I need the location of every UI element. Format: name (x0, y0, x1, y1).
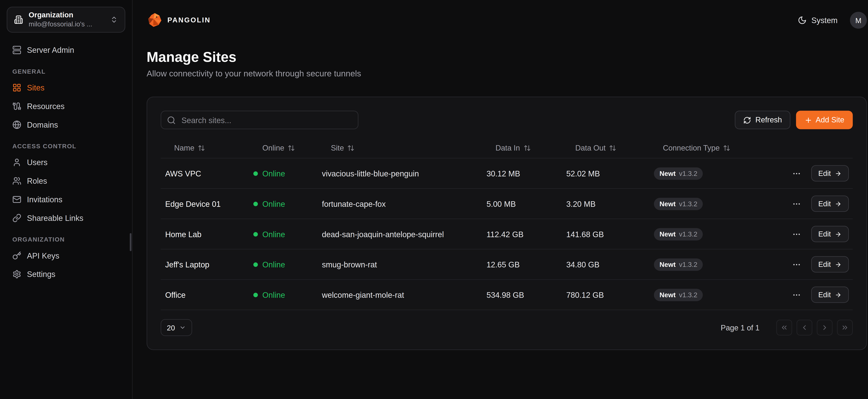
column-header-connection-type[interactable]: Connection Type (649, 144, 783, 152)
section-label-general: GENERAL (12, 68, 120, 75)
table-row: Home Lab Online dead-san-joaquin-antelop… (161, 219, 853, 249)
org-subtitle: milo@fossorial.io's ... (29, 20, 104, 29)
pager-buttons (776, 320, 853, 335)
refresh-button[interactable]: Refresh (735, 111, 790, 129)
row-menu-button[interactable] (792, 229, 801, 239)
ellipsis-icon (792, 169, 801, 178)
refresh-icon (743, 116, 751, 124)
page-subtitle: Allow connectivity to your network throu… (147, 69, 867, 78)
column-header-site[interactable]: Site (317, 144, 482, 152)
moon-icon (798, 16, 807, 25)
add-site-button[interactable]: Add Site (796, 111, 853, 129)
sidebar-item-sites[interactable]: Sites (7, 78, 125, 97)
add-site-label: Add Site (816, 116, 844, 124)
row-menu-button[interactable] (792, 199, 801, 208)
column-header-online[interactable]: Online (249, 144, 317, 152)
online-cell: Online (249, 229, 317, 239)
edit-button[interactable]: Edit (811, 165, 849, 181)
sort-icon (609, 145, 616, 152)
name-cell: AWS VPC (161, 169, 249, 178)
main-content: PANGOLIN System M Manage Sites Allow con… (133, 0, 868, 399)
actions-cell: Edit (783, 165, 853, 181)
sites-panel: Refresh Add Site Name Online Site Data I… (147, 97, 867, 350)
row-menu-button[interactable] (792, 260, 801, 269)
sidebar-item-roles[interactable]: Roles (7, 172, 125, 190)
sidebar-item-invitations[interactable]: Invitations (7, 190, 125, 209)
actions-cell: Edit (783, 286, 853, 303)
previous-page-button[interactable] (797, 320, 812, 335)
connection-badge: Newtv1.3.2 (654, 197, 703, 210)
cable-icon (12, 101, 21, 111)
data-out-cell: 34.80 GB (562, 260, 649, 269)
table-row: Jeff's Laptop Online smug-brown-rat 12.6… (161, 249, 853, 280)
actions-cell: Edit (783, 256, 853, 273)
site-cell: smug-brown-rat (317, 260, 482, 269)
connection-cell: Newtv1.3.2 (649, 288, 783, 301)
sidebar-item-label: Settings (27, 270, 55, 278)
actions-cell: Edit (783, 195, 853, 212)
column-header-data-out[interactable]: Data Out (562, 144, 649, 152)
refresh-label: Refresh (755, 116, 782, 124)
search-input[interactable] (180, 115, 352, 125)
org-selector[interactable]: Organization milo@fossorial.io's ... (7, 7, 125, 33)
table-header-row: Name Online Site Data In Data Out Connec… (161, 138, 853, 158)
last-page-button[interactable] (837, 320, 853, 335)
sidebar-item-shareable-links[interactable]: Shareable Links (7, 209, 125, 227)
sites-table: Name Online Site Data In Data Out Connec… (161, 138, 853, 310)
topbar: PANGOLIN System M (147, 0, 867, 40)
name-cell: Home Lab (161, 229, 249, 239)
search-icon (167, 116, 176, 124)
data-out-cell: 3.20 MB (562, 199, 649, 208)
data-in-cell: 5.00 MB (482, 199, 562, 208)
column-header-data-in[interactable]: Data In (482, 144, 562, 152)
avatar[interactable]: M (850, 12, 867, 29)
arrow-right-icon (835, 291, 842, 298)
next-page-button[interactable] (817, 320, 833, 335)
sidebar-item-domains[interactable]: Domains (7, 115, 125, 134)
first-page-button[interactable] (776, 320, 792, 335)
edit-button[interactable]: Edit (811, 256, 849, 273)
chevrons-up-down-icon (110, 16, 118, 24)
online-dot-icon (253, 232, 258, 236)
sidebar-item-resources[interactable]: Resources (7, 97, 125, 115)
sidebar-item-label: Invitations (27, 195, 62, 204)
column-header-name[interactable]: Name (161, 144, 249, 152)
table-row: Edge Device 01 Online fortunate-cape-fox… (161, 189, 853, 219)
site-cell: dead-san-joaquin-antelope-squirrel (317, 229, 482, 239)
sidebar-item-api-keys[interactable]: API Keys (7, 246, 125, 265)
page-size-select[interactable]: 20 (161, 319, 192, 336)
row-menu-button[interactable] (792, 169, 801, 178)
edit-button[interactable]: Edit (811, 226, 849, 242)
sidebar-item-users[interactable]: Users (7, 153, 125, 172)
plus-icon (804, 116, 812, 124)
search-box (161, 111, 358, 129)
online-dot-icon (253, 262, 258, 267)
page-title: Manage Sites (147, 48, 867, 65)
sidebar-scrollbar-thumb[interactable] (130, 233, 132, 251)
sidebar-item-label: Users (27, 158, 48, 167)
sidebar: Organization milo@fossorial.io's ... Ser… (0, 0, 133, 399)
sidebar-item-label: Server Admin (27, 45, 74, 54)
arrow-right-icon (835, 201, 842, 207)
edit-button[interactable]: Edit (811, 195, 849, 212)
data-in-cell: 112.42 GB (482, 229, 562, 239)
sidebar-item-label: API Keys (27, 251, 59, 260)
data-in-cell: 534.98 GB (482, 290, 562, 299)
theme-toggle-button[interactable]: System (798, 16, 838, 25)
sidebar-item-settings[interactable]: Settings (7, 265, 125, 283)
ellipsis-icon (792, 290, 801, 299)
sidebar-item-label: Roles (27, 176, 47, 185)
arrow-right-icon (835, 231, 842, 237)
row-menu-button[interactable] (792, 290, 801, 299)
key-icon (12, 251, 21, 260)
edit-button[interactable]: Edit (811, 286, 849, 303)
online-cell: Online (249, 199, 317, 208)
sites-toolbar: Refresh Add Site (161, 111, 853, 129)
sidebar-item-label: Sites (27, 83, 44, 92)
online-dot-icon (253, 293, 258, 297)
org-selector-text: Organization milo@fossorial.io's ... (29, 10, 104, 29)
sort-icon (198, 145, 205, 152)
sidebar-item-server-admin[interactable]: Server Admin (7, 40, 125, 59)
online-dot-icon (253, 171, 258, 176)
ellipsis-icon (792, 229, 801, 239)
